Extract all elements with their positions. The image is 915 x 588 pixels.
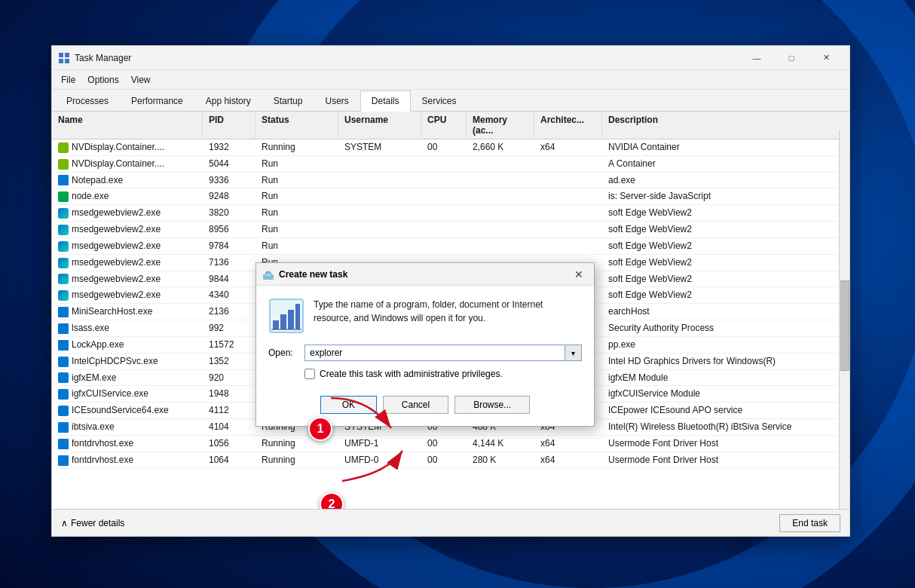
window-controls: — □ ✕ <box>739 46 843 70</box>
dialog-big-icon <box>268 298 304 334</box>
col-cpu[interactable]: CPU <box>421 112 467 139</box>
svg-rect-0 <box>59 53 63 57</box>
proc-memory: 2,660 K <box>467 139 534 155</box>
dialog-close-button[interactable]: ✕ <box>570 265 588 283</box>
proc-name: NVDisplay.Container.... <box>72 142 164 152</box>
proc-desc: A Container <box>602 156 849 172</box>
close-button[interactable]: ✕ <box>809 46 843 70</box>
title-bar: Task Manager — □ ✕ <box>52 46 849 70</box>
admin-checkbox-row: Create this task with administrative pri… <box>268 369 582 379</box>
minimize-button[interactable]: — <box>739 46 774 70</box>
col-pid[interactable]: PID <box>203 112 256 139</box>
dialog-open-row: Open: ▾ <box>268 345 582 361</box>
svg-rect-3 <box>65 59 69 63</box>
table-row[interactable]: NVDisplay.Container.... 1932 Running SYS… <box>52 139 849 156</box>
col-status[interactable]: Status <box>256 112 338 139</box>
scrollbar[interactable] <box>839 130 849 509</box>
tab-users[interactable]: Users <box>314 90 360 112</box>
dialog-description: Type the name of a program, folder, docu… <box>314 298 582 325</box>
table-header: Name PID Status Username CPU Memory (ac.… <box>52 112 849 139</box>
cancel-button[interactable]: Cancel <box>383 396 448 414</box>
col-desc[interactable]: Description <box>602 112 849 139</box>
create-new-task-dialog: Create new task ✕ <box>256 262 595 427</box>
browse-button[interactable]: Browse... <box>454 396 530 414</box>
tab-app-history[interactable]: App history <box>194 90 262 112</box>
table-row[interactable]: msedgewebview2.exe 9784Runsoft Edge WebV… <box>52 238 849 255</box>
window-title: Task Manager <box>75 53 739 63</box>
end-task-button[interactable]: End task <box>779 514 840 532</box>
svg-rect-2 <box>59 59 63 63</box>
bottom-bar: ∧ Fewer details End task <box>52 509 849 536</box>
fewer-details-label: Fewer details <box>71 518 124 528</box>
svg-rect-1 <box>65 53 69 57</box>
table-row[interactable]: node.exe 9248Run is: Server-side JavaScr… <box>52 188 849 205</box>
proc-username: SYSTEM <box>338 139 421 155</box>
tab-details[interactable]: Details <box>360 90 411 112</box>
tab-startup[interactable]: Startup <box>262 90 314 112</box>
svg-rect-10 <box>295 304 300 329</box>
menu-bar: File Options View <box>52 70 849 90</box>
col-name[interactable]: Name <box>52 112 203 139</box>
table-row[interactable]: NVDisplay.Container.... 5044Run A Contai… <box>52 156 849 173</box>
col-username[interactable]: Username <box>338 112 421 139</box>
table-row[interactable]: fontdrvhost.exe 1056RunningUMFD-1004,144… <box>52 436 849 452</box>
combo-arrow[interactable]: ▾ <box>565 345 581 360</box>
proc-cpu: 00 <box>421 139 467 155</box>
step-1-annotation: 1 <box>308 417 332 441</box>
view-menu[interactable]: View <box>125 73 157 87</box>
admin-checkbox-label: Create this task with administrative pri… <box>320 369 503 379</box>
col-arch[interactable]: Architec... <box>534 112 602 139</box>
ok-button[interactable]: OK <box>320 396 377 414</box>
task-manager-window: Task Manager — □ ✕ File Options View Pro… <box>51 45 850 537</box>
open-input-combo: ▾ <box>304 345 582 361</box>
chevron-up-icon: ∧ <box>61 518 68 528</box>
file-menu[interactable]: File <box>55 73 81 87</box>
proc-desc: NVIDIA Container <box>602 139 849 155</box>
admin-checkbox[interactable] <box>304 369 315 379</box>
open-input[interactable] <box>305 345 565 360</box>
table-row[interactable]: msedgewebview2.exe 3820Runsoft Edge WebV… <box>52 205 849 222</box>
dialog-icon <box>262 268 274 280</box>
open-label: Open: <box>268 348 298 358</box>
app-icon <box>58 52 70 64</box>
proc-status: Running <box>256 139 338 155</box>
proc-pid: 1932 <box>203 139 256 155</box>
dialog-description-row: Type the name of a program, folder, docu… <box>268 298 582 334</box>
dialog-title: Create new task <box>279 269 570 280</box>
fewer-details-button[interactable]: ∧ Fewer details <box>61 518 124 528</box>
svg-rect-9 <box>288 310 294 329</box>
col-memory[interactable]: Memory (ac... <box>467 112 534 139</box>
tab-processes[interactable]: Processes <box>55 90 120 112</box>
dialog-buttons: OK Cancel Browse... <box>268 390 582 414</box>
dialog-body: Type the name of a program, folder, docu… <box>256 286 594 426</box>
scrollbar-thumb[interactable] <box>840 280 849 371</box>
process-table: Name PID Status Username CPU Memory (ac.… <box>52 112 849 509</box>
svg-rect-8 <box>280 314 286 329</box>
tab-services[interactable]: Services <box>411 90 468 112</box>
dialog-title-bar: Create new task ✕ <box>256 263 594 286</box>
table-row[interactable]: fontdrvhost.exe 1064RunningUMFD-000280 K… <box>52 452 849 469</box>
svg-rect-7 <box>273 320 279 329</box>
maximize-button[interactable]: □ <box>774 46 809 70</box>
tab-bar: Processes Performance App history Startu… <box>52 90 849 112</box>
options-menu[interactable]: Options <box>81 73 124 87</box>
table-row[interactable]: Notepad.exe 9336Run ad.exe <box>52 173 849 189</box>
proc-arch: x64 <box>534 139 602 155</box>
table-row[interactable]: msedgewebview2.exe 8956Runsoft Edge WebV… <box>52 222 849 238</box>
tab-performance[interactable]: Performance <box>120 90 194 112</box>
